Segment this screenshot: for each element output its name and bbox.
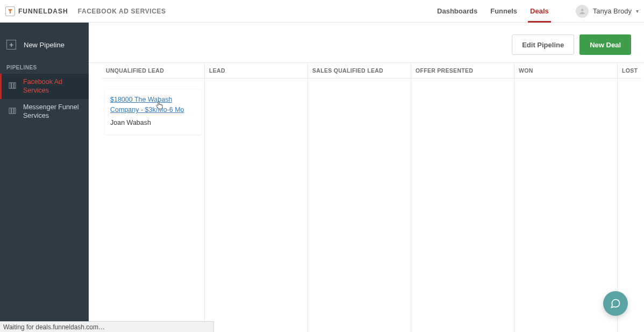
column-header: UNQUALIFIED LEAD xyxy=(102,63,204,79)
svg-rect-5 xyxy=(12,108,13,114)
deal-title[interactable]: $18000 The Wabash Company - $3k/Mo-6 Mo xyxy=(110,95,196,116)
column-header: WON xyxy=(514,63,617,79)
svg-rect-4 xyxy=(9,108,11,114)
column-body: $18000 The Wabash Company - $3k/Mo-6 Mo … xyxy=(102,79,204,151)
top-nav: Dashboards Funnels Deals Tanya Brody ▾ xyxy=(437,0,639,22)
user-menu[interactable]: Tanya Brody ▾ xyxy=(576,5,639,18)
plus-icon: + xyxy=(6,40,16,50)
logo[interactable]: FUNNELDASH xyxy=(5,6,78,16)
main: Edit Pipeline New Deal UNQUALIFIED LEAD … xyxy=(89,23,644,332)
deal-card[interactable]: $18000 The Wabash Company - $3k/Mo-6 Mo … xyxy=(105,89,201,135)
svg-rect-6 xyxy=(14,108,16,114)
column-offer-presented[interactable]: OFFER PRESENTED xyxy=(411,63,514,332)
chevron-down-icon: ▾ xyxy=(636,8,639,14)
pipeline-item-facebook-ad-services[interactable]: Facebook Ad Services xyxy=(0,74,89,99)
status-bar: Waiting for deals.funneldash.com… xyxy=(0,321,214,332)
new-pipeline-button[interactable]: + New Pipeline xyxy=(0,34,89,55)
column-sales-qualified-lead[interactable]: SALES QUALIFIED LEAD xyxy=(308,63,411,332)
new-deal-button[interactable]: New Deal xyxy=(579,34,631,55)
svg-rect-1 xyxy=(9,83,11,89)
nav-deals[interactable]: Deals xyxy=(530,0,549,22)
chat-icon xyxy=(610,298,621,309)
toolbar: Edit Pipeline New Deal xyxy=(89,23,644,62)
column-body xyxy=(618,79,641,100)
user-name: Tanya Brody xyxy=(593,7,632,15)
status-text: Waiting for deals.funneldash.com… xyxy=(3,323,105,331)
column-header: SALES QUALIFIED LEAD xyxy=(308,63,411,79)
columns-icon xyxy=(8,81,17,91)
avatar xyxy=(576,5,589,18)
column-unqualified-lead[interactable]: UNQUALIFIED LEAD $18000 The Wabash Compa… xyxy=(102,63,205,332)
column-header: OFFER PRESENTED xyxy=(411,63,514,79)
svg-point-0 xyxy=(581,9,583,11)
svg-rect-2 xyxy=(12,83,13,89)
help-fab[interactable] xyxy=(603,291,628,316)
columns-icon xyxy=(8,107,17,117)
breadcrumb: FACEBOOK AD SERVICES xyxy=(78,8,166,15)
app-body: + New Pipeline PIPELINES Facebook Ad Ser… xyxy=(0,23,644,332)
edit-pipeline-button[interactable]: Edit Pipeline xyxy=(512,34,574,55)
column-body xyxy=(514,79,617,100)
logo-text: FUNNELDASH xyxy=(18,8,68,15)
kanban-board[interactable]: UNQUALIFIED LEAD $18000 The Wabash Compa… xyxy=(89,62,644,332)
column-header: LOST xyxy=(618,63,641,79)
logo-icon xyxy=(5,6,15,16)
column-won[interactable]: WON xyxy=(514,63,618,332)
pipelines-header: PIPELINES xyxy=(0,55,89,74)
sidebar: + New Pipeline PIPELINES Facebook Ad Ser… xyxy=(0,23,89,332)
column-body xyxy=(205,79,307,100)
svg-rect-3 xyxy=(14,83,16,89)
pipeline-label: Facebook Ad Services xyxy=(23,78,82,95)
pipeline-item-messenger-funnel-services[interactable]: Messenger Funnel Services xyxy=(0,99,89,124)
deal-contact: Joan Wabash xyxy=(110,118,196,128)
app-header: FUNNELDASH FACEBOOK AD SERVICES Dashboar… xyxy=(0,0,644,23)
pipeline-label: Messenger Funnel Services xyxy=(23,103,82,120)
column-body xyxy=(308,79,411,100)
column-body xyxy=(411,79,514,100)
column-lead[interactable]: LEAD xyxy=(205,63,308,332)
nav-funnels[interactable]: Funnels xyxy=(490,0,517,22)
nav-dashboards[interactable]: Dashboards xyxy=(437,0,477,22)
new-pipeline-label: New Pipeline xyxy=(24,41,65,49)
column-lost[interactable]: LOST xyxy=(618,63,641,332)
column-header: LEAD xyxy=(205,63,307,79)
